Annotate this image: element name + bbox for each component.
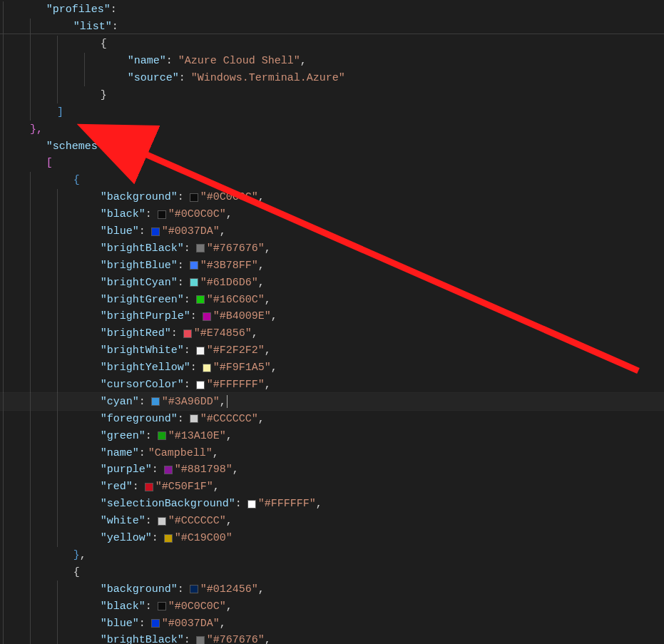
code-line[interactable]: "brightGreen":"#16C60C", <box>0 291 664 308</box>
code-line[interactable]: "brightCyan":"#61D6D6", <box>0 274 664 291</box>
color-swatch-icon <box>151 397 160 406</box>
code-line[interactable]: "source":"Windows.Terminal.Azure" <box>0 70 664 87</box>
code-line[interactable]: [ <box>0 155 664 172</box>
code-editor[interactable]: "profiles":"list":{"name":"Azure Cloud S… <box>0 0 664 644</box>
json-string: "#FFFFFF" <box>258 496 316 512</box>
code-line[interactable]: { <box>0 172 664 189</box>
json-key: "name" <box>128 53 166 69</box>
json-key: "source" <box>128 70 179 86</box>
json-key: "brightPurple" <box>101 308 190 324</box>
json-string: "#012456" <box>200 581 258 598</box>
code-line[interactable]: "selectionBackground":"#FFFFFF", <box>0 496 664 513</box>
json-string: "#3A96DD" <box>162 394 220 410</box>
text-cursor <box>227 395 228 408</box>
code-line[interactable]: "background":"#012456", <box>0 581 664 598</box>
code-line[interactable]: "brightWhite":"#F2F2F2", <box>0 342 664 359</box>
code-line[interactable]: "cyan":"#3A96DD", <box>0 393 664 410</box>
json-string: "#881798" <box>175 461 233 478</box>
code-line[interactable]: }, <box>0 547 664 564</box>
code-line[interactable]: "name":"Campbell", <box>0 444 664 461</box>
json-key: "brightYellow" <box>101 359 190 376</box>
code-line[interactable]: "purple":"#881798", <box>0 461 664 479</box>
code-line[interactable]: "schemes": <box>0 138 664 155</box>
code-line[interactable]: "brightBlue":"#3B78FF", <box>0 257 664 274</box>
code-line[interactable]: "blue":"#0037DA", <box>0 223 664 240</box>
code-line[interactable]: "brightBlack":"#767676", <box>0 632 664 644</box>
json-string: "#CCCCCC" <box>200 411 258 427</box>
json-key: "profiles" <box>46 1 111 18</box>
json-key: "schemes" <box>46 138 104 155</box>
code-line[interactable]: "profiles": <box>0 1 664 19</box>
code-line[interactable]: "blue":"#0037DA", <box>0 615 664 632</box>
code-line[interactable]: "background":"#0C0C0C", <box>0 189 664 206</box>
json-key: "blue" <box>101 615 139 632</box>
color-swatch-icon <box>203 312 211 321</box>
json-string: "#16C60C" <box>207 292 265 308</box>
json-key: "brightBlack" <box>101 632 184 644</box>
color-swatch-icon <box>190 193 198 202</box>
json-string: "#3B78FF" <box>200 257 258 274</box>
code-line[interactable]: "foreground":"#CCCCCC", <box>0 410 664 427</box>
json-key: "background" <box>101 581 178 598</box>
code-line[interactable]: "brightBlack":"#767676", <box>0 240 664 257</box>
color-swatch-icon <box>196 636 205 644</box>
json-key: "name" <box>101 445 139 461</box>
code-line[interactable]: "cursorColor":"#FFFFFF", <box>0 377 664 394</box>
code-line[interactable]: "green":"#13A10E", <box>0 427 664 444</box>
code-line[interactable]: "red":"#C50F1F", <box>0 479 664 496</box>
code-line[interactable]: "brightRed":"#E74856", <box>0 325 664 342</box>
json-string: "#0C0C0C" <box>168 206 226 223</box>
code-line[interactable]: "yellow":"#C19C00" <box>0 530 664 547</box>
code-line[interactable]: "black":"#0C0C0C", <box>0 598 664 615</box>
code-line[interactable]: { <box>0 36 664 53</box>
color-swatch-icon <box>151 228 160 236</box>
json-key: "black" <box>101 598 145 615</box>
color-swatch-icon <box>158 517 166 526</box>
code-line[interactable]: "list": <box>0 19 664 36</box>
json-string: "#61D6D6" <box>200 275 258 291</box>
json-string: "#F2F2F2" <box>207 342 265 359</box>
json-key: "brightGreen" <box>101 292 184 308</box>
code-line[interactable]: "black":"#0C0C0C", <box>0 206 664 223</box>
json-key: "background" <box>101 189 178 205</box>
color-swatch-icon <box>196 295 205 304</box>
json-string: "Campbell" <box>148 445 213 461</box>
json-key: "list" <box>73 19 112 35</box>
json-string: "#13A10E" <box>168 428 226 444</box>
json-string: "#0037DA" <box>162 223 220 240</box>
code-area[interactable]: "profiles":"list":{"name":"Azure Cloud S… <box>0 1 664 644</box>
json-key: "brightCyan" <box>101 275 178 291</box>
color-swatch-icon <box>164 466 173 474</box>
json-string: "Azure Cloud Shell" <box>178 53 300 69</box>
color-swatch-icon <box>203 364 211 372</box>
json-key: "foreground" <box>101 411 178 427</box>
json-key: "cursorColor" <box>101 377 184 393</box>
json-string: "#FFFFFF" <box>207 377 265 393</box>
json-string: "#0037DA" <box>162 615 220 632</box>
code-line[interactable]: } <box>0 86 664 103</box>
color-swatch-icon <box>196 347 205 355</box>
code-line[interactable]: ] <box>0 103 664 121</box>
json-key: "brightBlack" <box>101 240 184 257</box>
json-key: "yellow" <box>101 530 152 546</box>
json-key: "black" <box>101 206 145 223</box>
code-line[interactable]: "white":"#CCCCCC", <box>0 513 664 530</box>
code-line[interactable]: }, <box>0 121 664 138</box>
json-string: "Windows.Terminal.Azure" <box>191 70 345 86</box>
color-swatch-icon <box>158 210 166 219</box>
json-key: "purple" <box>101 461 152 478</box>
json-key: "selectionBackground" <box>101 496 235 512</box>
json-string: "#0C0C0C" <box>168 598 226 615</box>
code-line[interactable]: "brightPurple":"#B4009E", <box>0 308 664 325</box>
code-line[interactable]: "name":"Azure Cloud Shell", <box>0 53 664 70</box>
color-swatch-icon <box>247 500 256 508</box>
color-swatch-icon <box>158 602 166 610</box>
color-swatch-icon <box>151 619 160 628</box>
json-key: "red" <box>101 479 133 495</box>
code-line[interactable]: "brightYellow":"#F9F1A5", <box>0 359 664 377</box>
color-swatch-icon <box>190 414 198 423</box>
color-swatch-icon <box>190 585 198 593</box>
json-string: "#0C0C0C" <box>200 189 258 205</box>
code-line[interactable]: { <box>0 563 664 581</box>
json-string: "#767676" <box>207 240 265 257</box>
